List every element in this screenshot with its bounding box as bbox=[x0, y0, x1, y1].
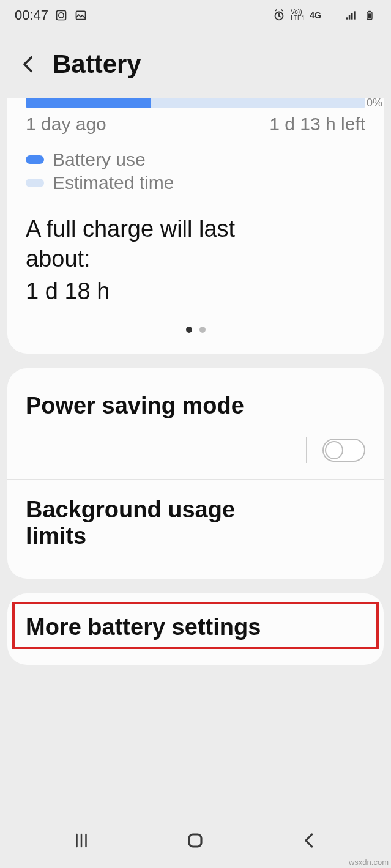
timeline-elapsed bbox=[26, 98, 151, 108]
background-usage-label: Background usage limits bbox=[26, 497, 295, 549]
page-dot-2 bbox=[199, 327, 206, 333]
power-saving-label: Power saving mode bbox=[26, 393, 365, 419]
power-saving-row[interactable]: Power saving mode bbox=[26, 393, 365, 463]
divider bbox=[306, 437, 307, 463]
more-battery-settings-label: More battery settings bbox=[26, 614, 365, 640]
home-button[interactable] bbox=[184, 829, 206, 851]
power-saving-toggle[interactable] bbox=[322, 439, 365, 462]
data-arrows-icon bbox=[326, 9, 340, 22]
page-dot-1 bbox=[186, 327, 192, 333]
recents-button[interactable] bbox=[70, 829, 92, 851]
legend-swatch-battery-use bbox=[26, 155, 44, 164]
legend-label-battery-use: Battery use bbox=[53, 149, 146, 170]
svg-rect-9 bbox=[368, 11, 371, 12]
alarm-icon bbox=[272, 9, 286, 22]
full-charge-label: A full charge will last about: bbox=[26, 214, 295, 275]
timeline-end-label: 0% bbox=[367, 97, 382, 109]
status-bar: 00:47 Vo)) LTE1 4G bbox=[0, 0, 391, 31]
svg-rect-5 bbox=[349, 15, 351, 20]
back-button[interactable] bbox=[299, 829, 321, 851]
status-time: 00:47 bbox=[15, 7, 48, 23]
signal-icon bbox=[344, 9, 358, 22]
timeline-remaining bbox=[26, 98, 365, 108]
battery-icon bbox=[363, 9, 376, 22]
legend: Battery use Estimated time bbox=[26, 149, 365, 193]
network-type: 4G bbox=[310, 10, 321, 20]
full-charge-value: 1 d 18 h bbox=[26, 278, 365, 305]
battery-usage-card: 0% 1 day ago 1 d 13 h left Battery use E… bbox=[7, 98, 384, 354]
volte-icon: Vo)) LTE1 bbox=[291, 9, 305, 21]
back-icon[interactable] bbox=[18, 54, 39, 75]
svg-point-1 bbox=[59, 13, 64, 18]
page-title: Battery bbox=[53, 50, 141, 79]
toggle-knob bbox=[325, 441, 343, 459]
picture-icon bbox=[74, 9, 88, 22]
timeline-start-label: 1 day ago bbox=[26, 114, 106, 135]
svg-rect-6 bbox=[351, 13, 353, 20]
svg-rect-14 bbox=[189, 834, 201, 847]
battery-timeline-bar[interactable]: 0% bbox=[26, 98, 365, 108]
svg-rect-4 bbox=[346, 17, 348, 19]
timeline-remaining-label: 1 d 13 h left bbox=[269, 114, 365, 135]
legend-swatch-estimated bbox=[26, 179, 44, 187]
svg-rect-10 bbox=[368, 13, 371, 18]
more-battery-settings-card[interactable]: More battery settings bbox=[7, 593, 384, 665]
title-bar: Battery bbox=[0, 31, 391, 98]
power-settings-card: Power saving mode Background usage limit… bbox=[7, 368, 384, 579]
navigation-bar bbox=[0, 819, 391, 868]
page-indicator[interactable] bbox=[7, 327, 384, 333]
svg-rect-7 bbox=[354, 11, 356, 19]
watermark: wsxdn.com bbox=[349, 858, 389, 867]
svg-rect-0 bbox=[57, 11, 66, 20]
legend-label-estimated: Estimated time bbox=[53, 172, 174, 193]
background-usage-row[interactable]: Background usage limits bbox=[26, 480, 365, 574]
alarm-set-icon bbox=[54, 9, 68, 22]
